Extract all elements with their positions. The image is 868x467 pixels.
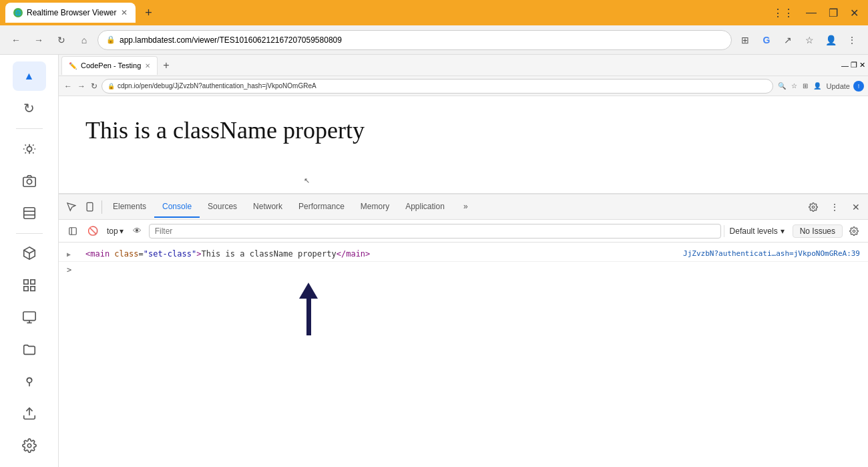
devtools-toolbar: 🚫 top ▾ 👁 Default levels ▾ No Issues [59, 220, 868, 243]
inner-star-btn[interactable]: ☆ [789, 81, 799, 92]
inner-user-btn[interactable]: 👤 [811, 81, 823, 92]
svg-rect-12 [30, 287, 34, 291]
lock-icon: 🔒 [106, 35, 116, 44]
window-minimize-btn[interactable]: — [802, 5, 821, 20]
attr-eq: = [138, 249, 143, 259]
dt-clear-btn[interactable]: 🚫 [84, 222, 101, 240]
devtools-tab-sources[interactable]: Sources [200, 196, 245, 218]
reload-btn[interactable]: ↻ [52, 31, 71, 49]
sidebar-folder-btn[interactable] [13, 335, 46, 364]
tab-favicon: 🌐 [13, 8, 23, 17]
sidebar-bug-btn[interactable] [13, 134, 46, 164]
devtools-tab-memory[interactable]: Memory [353, 196, 397, 218]
devtools-tab-application[interactable]: Application [397, 196, 453, 218]
devtools-device-btn[interactable] [80, 198, 99, 216]
devtools-inspect-btn[interactable] [61, 198, 80, 216]
inner-forward-btn[interactable]: → [76, 80, 87, 92]
inner-reload-btn[interactable]: ↻ [89, 80, 99, 92]
sidebar-settings-btn[interactable] [13, 431, 46, 460]
inner-minimize-btn[interactable]: — [841, 61, 849, 69]
tag-open: <main [85, 249, 114, 259]
sidebar-refresh-btn[interactable]: ↻ [13, 94, 46, 123]
dt-default-levels-btn[interactable]: Default levels ▾ [724, 225, 790, 237]
inner-address-input-wrap[interactable]: 🔒 cdpn.io/pen/debug/JjZvzbN?authenticati… [101, 79, 773, 94]
dt-filter-input[interactable] [149, 224, 721, 239]
sidebar-divider-1 [16, 128, 43, 129]
row-expand-icon[interactable]: ▶ [67, 251, 71, 258]
sidebar-camera-btn[interactable] [13, 166, 46, 196]
back-btn[interactable]: ← [7, 31, 25, 49]
update-badge-btn[interactable]: ! [853, 81, 864, 92]
new-tab-btn[interactable]: + [140, 3, 158, 22]
inner-restore-btn[interactable]: ❐ [851, 61, 857, 69]
inner-zoom-btn[interactable]: 🔍 [776, 81, 788, 92]
devtools-tab-network[interactable]: Network [245, 196, 290, 218]
inner-close-btn[interactable]: ✕ [859, 61, 865, 69]
inner-address-bar: ← → ↻ 🔒 cdpn.io/pen/debug/JjZvzbN?authen… [59, 76, 868, 96]
browser-tab[interactable]: 🌐 Realtime Browser Viewer ✕ [5, 3, 136, 23]
dt-no-issues-btn[interactable]: No Issues [793, 224, 843, 238]
devtools-settings-btn[interactable] [804, 198, 823, 216]
sidebar-layers-btn[interactable] [13, 198, 46, 228]
devtools-tab-performance[interactable]: Performance [290, 196, 353, 218]
svg-line-7 [23, 251, 29, 254]
svg-rect-10 [30, 280, 34, 284]
inner-new-tab-btn[interactable]: + [160, 59, 172, 71]
inner-tab-favicon: ✏️ [69, 62, 77, 69]
devtools-panel: Elements Console Sources Network Perform… [59, 193, 868, 390]
bookmark-manager-btn[interactable]: ⊞ [736, 31, 754, 49]
update-btn[interactable]: Update [825, 81, 852, 92]
sidebar-pin-btn[interactable] [13, 367, 46, 396]
forward-btn[interactable]: → [29, 31, 48, 49]
devtools-dots-btn[interactable]: ⋮ [825, 198, 844, 216]
svg-rect-22 [69, 227, 77, 235]
sidebar-upload-btn[interactable] [13, 399, 46, 428]
window-list-btn[interactable]: ⋮⋮ [769, 5, 798, 21]
devtools-right-icons: ⋮ ✕ [804, 198, 865, 216]
address-input[interactable] [120, 35, 723, 45]
svg-line-8 [29, 251, 35, 254]
svg-point-18 [27, 444, 31, 448]
inner-tab-close-btn[interactable]: ✕ [145, 62, 150, 69]
devtools-more-tabs-btn[interactable]: » [455, 196, 476, 218]
share-btn[interactable]: ↗ [779, 31, 797, 49]
svg-point-2 [27, 179, 31, 184]
sidebar-monitor-btn[interactable] [13, 303, 46, 332]
profile-btn[interactable]: 👤 [821, 31, 840, 49]
address-bar-row: ← → ↻ ⌂ 🔒 ⊞ G ↗ ☆ 👤 ⋮ [0, 25, 868, 55]
svg-point-21 [812, 206, 815, 208]
devtools-tab-elements[interactable]: Elements [105, 196, 154, 218]
console-prompt[interactable]: > [59, 262, 868, 267]
dt-sidebar-btn[interactable] [64, 222, 81, 240]
arrow-head [299, 283, 318, 299]
sidebar: ▲ ↻ [0, 55, 59, 467]
devtools-console[interactable]: ▶ <main class="set-class">This is a clas… [59, 243, 868, 390]
dt-console-settings-btn[interactable] [845, 222, 863, 240]
devtools-close-btn[interactable]: ✕ [847, 198, 865, 216]
inner-addr-right-icons: 🔍 ☆ ⊞ 👤 Update ! [776, 81, 864, 92]
svg-point-0 [27, 146, 31, 151]
inner-browser: ✏️ CodePen - Testing ✕ + — ❐ ✕ ← → ↻ 🔒 [59, 55, 868, 467]
console-row-link[interactable]: JjZvzbN?authenticati…ash=jVkpoNOmGReA:39 [683, 249, 860, 258]
browser-topbar: 🌐 Realtime Browser Viewer ✕ + ⋮⋮ — ❐ ✕ [0, 0, 868, 25]
dt-top-select[interactable]: top ▾ [104, 225, 126, 237]
inner-back-btn[interactable]: ← [63, 80, 73, 92]
window-close-btn[interactable]: ✕ [846, 5, 863, 21]
inner-grid-btn[interactable]: ⊞ [801, 81, 810, 92]
star-btn[interactable]: ☆ [800, 31, 819, 49]
inner-browser-tab[interactable]: ✏️ CodePen - Testing ✕ [61, 56, 158, 75]
tab-label: Realtime Browser Viewer [27, 8, 117, 17]
sidebar-up-btn[interactable]: ▲ [13, 61, 46, 91]
google-btn[interactable]: G [757, 31, 776, 49]
window-restore-btn[interactable]: ❐ [825, 5, 842, 21]
tab-close-btn[interactable]: ✕ [121, 8, 128, 17]
devtools-tab-console[interactable]: Console [154, 196, 200, 218]
sidebar-grid-btn[interactable] [13, 271, 46, 300]
dt-eye-btn[interactable]: 👁 [129, 222, 146, 240]
dt-top-chevron: ▾ [120, 226, 124, 236]
menu-btn[interactable]: ⋮ [843, 31, 861, 49]
sidebar-cube-btn[interactable] [13, 239, 46, 268]
page-content: This is a className property ↖ [59, 96, 868, 193]
home-btn[interactable]: ⌂ [75, 31, 93, 49]
address-bar[interactable]: 🔒 [97, 30, 732, 50]
